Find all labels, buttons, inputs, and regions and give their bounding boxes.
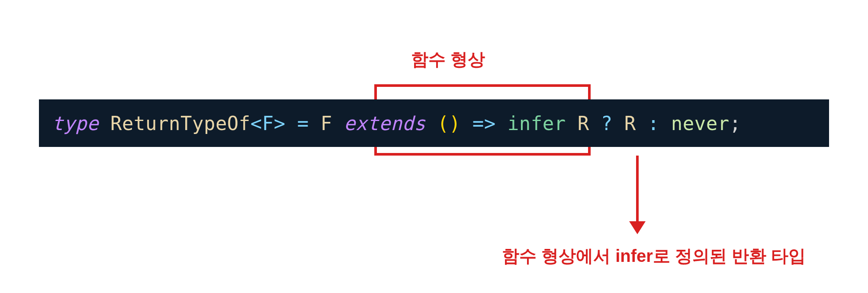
extends-keyword: extends [344,112,426,134]
var-r: R [578,112,589,134]
never-keyword: never [671,112,730,134]
arrow-line [636,156,639,225]
equals-sign: = [297,112,309,134]
colon: : [648,112,659,134]
arrow-head-icon [629,221,646,234]
angle-open: < [251,112,262,134]
code-block: type ReturnTypeOf < F > = F extends ( ) … [39,99,829,147]
annotation-return-type: 함수 형상에서 infer로 정의된 반환 타입 [502,244,806,268]
angle-close: > [274,112,286,134]
type-name: ReturnTypeOf [110,112,251,134]
keyword-type: type [52,112,99,134]
infer-keyword: infer [508,112,566,134]
paren-close: ) [449,112,461,134]
annotation-function-shape: 함수 형상 [411,48,485,71]
generic-param: F [262,112,274,134]
paren-open: ( [437,112,449,134]
var-r2: R [624,112,636,134]
var-f: F [321,112,332,134]
question-mark: ? [601,112,613,134]
semicolon: ; [730,112,741,134]
arrow-operator: => [473,112,496,134]
